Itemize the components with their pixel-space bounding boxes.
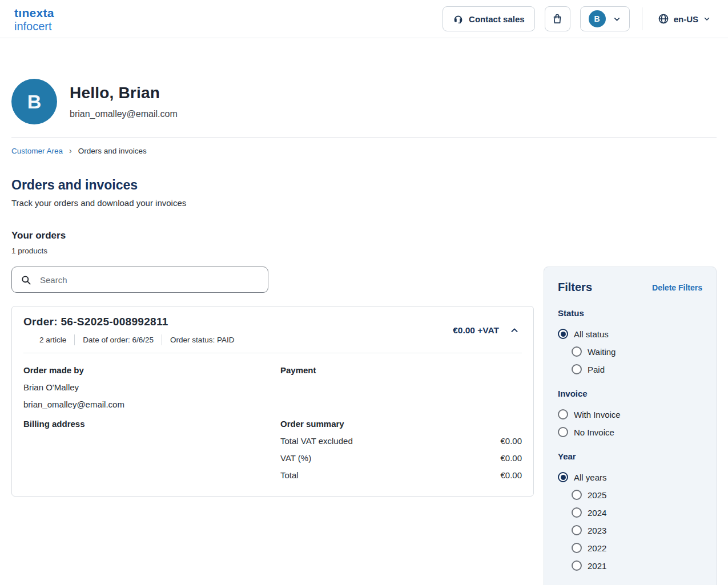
order-made-by-name: Brian O'Malley <box>23 382 280 392</box>
logo-infocert: infocert <box>14 20 54 33</box>
locale-label: en-US <box>674 14 698 24</box>
delete-filters-link[interactable]: Delete Filters <box>652 283 702 292</box>
filter-group-year-label: Year <box>558 451 702 461</box>
orders-count: 1 products <box>11 247 717 255</box>
radio-unchecked-icon <box>572 543 582 553</box>
card-divider <box>23 353 522 353</box>
filter-option-2025[interactable]: 2025 <box>572 490 702 500</box>
order-card-body: Order made by Brian O'Malley brian_omall… <box>23 365 522 480</box>
greeting-title: Hello, Brian <box>70 84 178 102</box>
chevron-down-icon <box>613 15 621 23</box>
filter-group-status-label: Status <box>558 308 702 318</box>
collapse-order-button[interactable] <box>507 323 522 338</box>
order-price: €0.00 +VAT <box>453 325 499 336</box>
billing-address-label: Billing address <box>23 419 280 429</box>
summary-row-label: Total VAT excluded <box>280 436 353 446</box>
header-actions: Contact sales B en-US <box>443 6 714 31</box>
radio-unchecked-icon <box>572 560 582 571</box>
search-input[interactable] <box>39 275 259 285</box>
order-head-right: €0.00 +VAT <box>453 323 522 338</box>
shopping-bag-icon <box>552 13 563 25</box>
filter-option-label: All status <box>574 329 609 339</box>
summary-row-value: €0.00 <box>500 436 522 446</box>
summary-row-value: €0.00 <box>500 470 522 480</box>
filter-option-all-years[interactable]: All years <box>558 472 702 482</box>
filter-option-2023[interactable]: 2023 <box>572 525 702 535</box>
filter-option-label: All years <box>574 473 607 482</box>
profile-text: Hello, Brian brian_omalley@email.com <box>70 84 178 119</box>
filter-option-2024[interactable]: 2024 <box>572 507 702 518</box>
filter-option-label: 2021 <box>588 561 606 571</box>
filter-option-with-invoice[interactable]: With Invoice <box>558 409 702 419</box>
radio-unchecked-icon <box>572 346 582 357</box>
page-subtitle: Track your orders and download your invo… <box>11 198 717 208</box>
profile-email: brian_omalley@email.com <box>70 109 178 119</box>
header-divider <box>642 7 642 30</box>
chevron-down-icon <box>703 15 711 23</box>
breadcrumb: Customer Area › Orders and invoices <box>11 146 717 155</box>
radio-unchecked-icon <box>558 427 568 437</box>
filter-option-no-invoice[interactable]: No Invoice <box>558 427 702 437</box>
meta-divider <box>74 334 75 345</box>
brand-logo[interactable]: tınexta infocert <box>14 6 54 32</box>
order-date: Date of order: 6/6/25 <box>83 336 154 344</box>
filter-option-2021[interactable]: 2021 <box>572 560 702 571</box>
section-divider <box>11 137 717 138</box>
radio-checked-icon <box>558 472 568 482</box>
logo-tinexta: tınexta <box>14 6 54 19</box>
order-card: Order: 56-S2025-008992811 2 article Date… <box>11 306 534 497</box>
breadcrumb-customer-area[interactable]: Customer Area <box>11 147 63 155</box>
filter-option-label: 2023 <box>588 526 606 535</box>
billing-address-block: Billing address <box>23 419 280 480</box>
filters-title: Filters <box>558 281 592 294</box>
order-meta: 2 article Date of order: 6/6/25 Order st… <box>39 334 234 345</box>
filter-option-label: Waiting <box>588 347 616 357</box>
chevron-up-icon <box>509 325 520 336</box>
meta-divider <box>162 334 162 345</box>
filter-option-all-status[interactable]: All status <box>558 329 702 339</box>
order-made-by-email: brian_omalley@email.com <box>23 400 280 409</box>
filter-option-label: With Invoice <box>574 410 621 419</box>
summary-row: Total €0.00 <box>280 470 522 480</box>
radio-unchecked-icon <box>572 364 582 374</box>
filter-group-invoice-label: Invoice <box>558 389 702 398</box>
filter-option-waiting[interactable]: Waiting <box>572 346 702 357</box>
payment-block: Payment <box>280 365 522 409</box>
top-header: tınexta infocert Contact sales B en-US <box>0 0 728 38</box>
breadcrumb-current: Orders and invoices <box>78 147 147 155</box>
radio-unchecked-icon <box>572 507 582 518</box>
contact-sales-button[interactable]: Contact sales <box>443 6 535 31</box>
profile-section: B Hello, Brian brian_omalley@email.com <box>11 79 717 124</box>
search-box <box>11 267 268 293</box>
breadcrumb-separator: › <box>69 146 72 155</box>
payment-label: Payment <box>280 365 522 375</box>
summary-row-label: VAT (%) <box>280 453 311 463</box>
headset-icon <box>453 14 464 25</box>
radio-unchecked-icon <box>572 525 582 535</box>
filter-option-paid[interactable]: Paid <box>572 364 702 374</box>
order-summary-label: Order summary <box>280 419 522 429</box>
main-content: B Hello, Brian brian_omalley@email.com C… <box>0 79 728 585</box>
filters-panel: Filters Delete Filters Status All status… <box>544 267 717 585</box>
radio-unchecked-icon <box>572 490 582 500</box>
order-articles: 2 article <box>39 336 66 344</box>
globe-icon <box>658 13 669 25</box>
cart-button[interactable] <box>545 6 570 31</box>
account-menu-button[interactable]: B <box>580 6 630 31</box>
filter-option-label: No Invoice <box>574 427 614 437</box>
filter-option-2022[interactable]: 2022 <box>572 543 702 553</box>
order-status: Order status: PAID <box>170 336 234 344</box>
order-title: Order: 56-S2025-008992811 <box>23 316 234 328</box>
your-orders-heading: Your orders <box>11 230 717 241</box>
summary-row: Total VAT excluded €0.00 <box>280 436 522 446</box>
filter-option-label: 2024 <box>588 508 606 518</box>
contact-sales-label: Contact sales <box>469 14 525 24</box>
filter-option-label: Paid <box>588 365 605 374</box>
summary-row-value: €0.00 <box>500 453 522 463</box>
filter-option-label: 2025 <box>588 490 606 500</box>
orders-column: Order: 56-S2025-008992811 2 article Date… <box>11 267 534 497</box>
filter-option-label: 2022 <box>588 543 606 553</box>
language-selector[interactable]: en-US <box>654 13 714 25</box>
avatar: B <box>589 10 606 27</box>
summary-row: VAT (%) €0.00 <box>280 453 522 463</box>
